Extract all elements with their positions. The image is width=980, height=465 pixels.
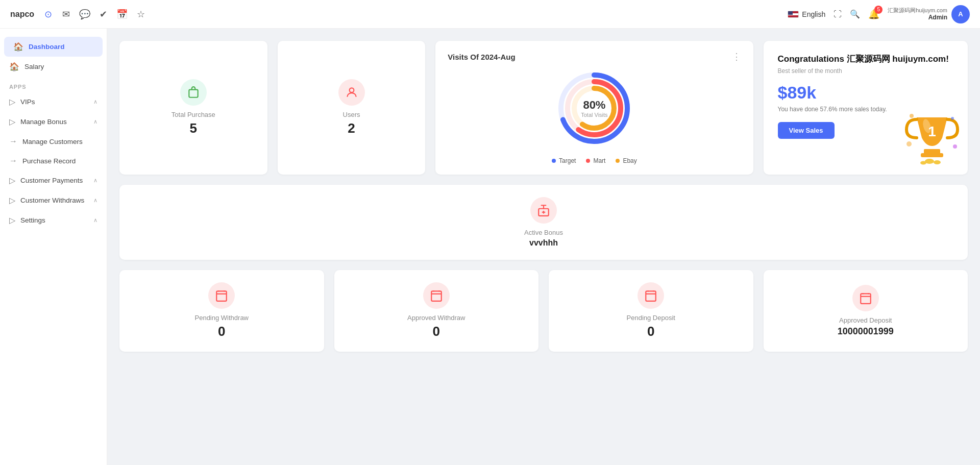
sidebar-item-customer-payments[interactable]: ▷ Customer Payments ∧ [0,170,107,190]
sidebar-item-manage-bonus[interactable]: ▷ Manage Bonus ∧ [0,112,107,132]
language-selector[interactable]: English [788,10,825,18]
svg-point-12 [910,114,914,118]
user-info[interactable]: 汇聚源码网huijuym.com Admin A [888,5,970,23]
active-bonus-sublabel: vvvhhh [529,238,558,248]
pending-withdraw-value: 0 [218,324,225,339]
svg-point-1 [349,88,354,92]
sidebar-label-manage-bonus: Manage Bonus [20,118,67,126]
congratulations-card: Congratulations 汇聚源码网 huijuym.com! Best … [764,41,968,175]
second-row: Active Bonus vvvhhh [119,185,968,260]
chevron-up-icon: ∧ [93,99,97,105]
legend-label-mart: Mart [593,157,605,164]
pending-deposit-label: Pending Deposit [627,314,675,322]
approved-deposit-icon [859,291,872,305]
payments-chevron-icon: ▷ [9,176,15,185]
visits-title: Visits Of 2024-Aug [448,53,515,61]
users-icon-wrap [338,79,365,106]
flag-icon [788,11,799,18]
visits-more-icon[interactable]: ⋮ [732,51,741,62]
legend-label-target: Target [559,157,576,164]
main-content: Total Purchase 5 Users 2 Visits Of 2024-… [107,29,980,465]
sidebar-item-manage-customers[interactable]: → Manage Customers [0,132,107,151]
congrats-title: Congratulations 汇聚源码网 huijuym.com! [778,53,954,65]
users-card: Users 2 [278,41,426,175]
pending-deposit-icon-wrap [638,282,664,309]
congrats-subtitle: Best seller of the month [778,67,954,75]
sidebar-item-dashboard[interactable]: 🏠 Dashboard [4,37,103,57]
donut-percentage: 80% [581,99,607,112]
sidebar-item-vips[interactable]: ▷ VIPs ∧ [0,92,107,112]
sidebar-item-customer-withdraws[interactable]: ▷ Customer Withdraws ∧ [0,190,107,210]
svg-rect-9 [924,149,940,154]
top-stats-row: Total Purchase 5 Users 2 Visits Of 2024-… [119,41,968,175]
trophy-illustration: 1 [901,108,958,164]
svg-point-14 [906,141,912,146]
check-circle-icon[interactable]: ✔ [100,9,107,20]
withdraws-chevron-icon: ▷ [9,195,15,205]
sidebar-label-purchase-record: Purchase Record [22,157,76,165]
sidebar-item-salary[interactable]: 🏠 Salary [0,57,107,77]
pending-withdraw-label: Pending Withdraw [195,314,249,322]
view-sales-button[interactable]: View Sales [778,122,835,139]
donut-wrap: 80% Total Visits [553,67,635,149]
sidebar-label-manage-customers: Manage Customers [22,138,83,145]
approved-deposit-label: Approved Deposit [839,316,892,324]
users-icon [345,86,358,99]
svg-point-13 [951,117,954,120]
pending-deposit-icon [644,289,657,302]
approved-deposit-value: 10000001999 [838,326,894,337]
avatar[interactable]: A [951,5,970,23]
vips-chevron-icon: ▷ [9,97,15,107]
active-bonus-card: Active Bonus vvvhhh [119,185,968,260]
target-icon[interactable]: ⊙ [44,9,52,20]
sidebar: 🏠 Dashboard 🏠 Salary APPS ▷ VIPs ∧ ▷ Man… [0,29,107,465]
total-purchase-card: Total Purchase 5 [119,41,267,175]
mail-icon[interactable]: ✉ [62,9,70,20]
legend-label-ebay: Ebay [623,157,636,164]
calendar-icon[interactable]: 📅 [116,9,128,20]
total-purchase-icon-wrap [180,79,207,106]
user-role: Admin [888,14,947,22]
donut-center: 80% Total Visits [581,99,607,118]
legend-ebay: Ebay [616,157,636,164]
sidebar-label-vips: VIPs [20,98,35,106]
svg-point-18 [920,161,926,165]
shopping-bag-icon [187,86,200,99]
home-icon: 🏠 [13,42,23,52]
notification-badge: 5 [874,6,883,14]
sidebar-item-settings[interactable]: ▷ Settings ∧ [0,210,107,230]
sidebar-item-purchase-record[interactable]: → Purchase Record [0,151,107,170]
sidebar-label-customer-withdraws: Customer Withdraws [20,197,84,204]
star-icon[interactable]: ☆ [137,9,145,20]
svg-rect-30 [646,291,656,301]
top-nav-right: English ⛶ 🔍 🔔 5 汇聚源码网huijuym.com Admin A [788,5,970,23]
brand-name: napco [10,10,34,19]
notification-button[interactable]: 🔔 5 [868,9,879,20]
visits-card: Visits Of 2024-Aug ⋮ [435,41,753,175]
user-site: 汇聚源码网huijuym.com [888,7,947,14]
sidebar-label-settings: Settings [20,216,45,224]
total-purchase-label: Total Purchase [172,111,215,118]
approved-withdraw-icon [430,289,443,302]
sidebar-label-salary: Salary [24,63,44,70]
chevron-up-icon-3: ∧ [93,177,97,184]
fullscreen-icon[interactable]: ⛶ [834,10,842,19]
svg-text:1: 1 [928,124,936,139]
donut-legend: Target Mart Ebay [552,157,637,164]
approved-deposit-icon-wrap [852,285,879,311]
approved-withdraw-icon-wrap [423,282,450,309]
pending-withdraw-icon-wrap [208,282,235,309]
approved-withdraw-value: 0 [433,324,440,339]
chat-icon[interactable]: 💬 [79,9,90,20]
approved-withdraw-label: Approved Withdraw [407,314,465,322]
legend-mart: Mart [586,157,605,164]
search-icon[interactable]: 🔍 [850,9,860,19]
approved-deposit-card: Approved Deposit 10000001999 [764,270,968,352]
legend-dot-ebay [616,159,620,163]
total-purchase-value: 5 [190,120,197,136]
legend-dot-target [552,159,556,163]
svg-point-15 [953,144,957,149]
svg-rect-22 [217,291,227,301]
layout: 🏠 Dashboard 🏠 Salary APPS ▷ VIPs ∧ ▷ Man… [0,29,980,465]
pending-deposit-value: 0 [647,324,654,339]
